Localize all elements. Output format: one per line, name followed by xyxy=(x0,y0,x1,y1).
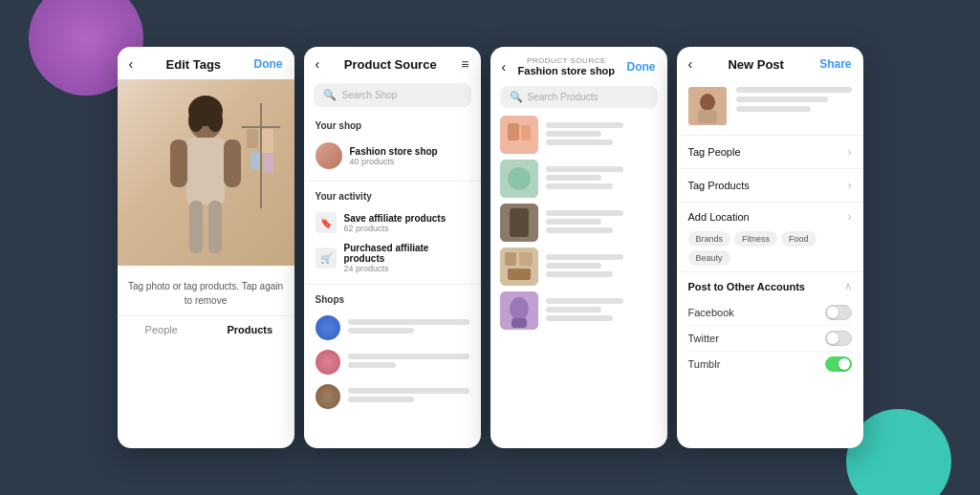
shop-1-placeholder xyxy=(348,319,469,336)
screen3-done-button[interactable]: Done xyxy=(627,60,656,74)
svg-rect-25 xyxy=(508,269,531,280)
screen1-back-icon[interactable]: ‹ xyxy=(129,56,134,72)
twitter-toggle[interactable] xyxy=(825,331,852,346)
ph-line xyxy=(546,254,624,260)
clothes-rack xyxy=(237,98,285,213)
ph-line xyxy=(546,175,602,181)
action-row-tag-products[interactable]: Tag Products › xyxy=(677,168,863,202)
activity-purchased[interactable]: 🛒 Purchased affiliate products 24 produc… xyxy=(304,238,481,278)
ph-line xyxy=(736,87,852,93)
divider2 xyxy=(304,284,481,285)
shop-avatar-img xyxy=(316,142,342,169)
add-location-label[interactable]: Add Location xyxy=(688,211,750,223)
divider1 xyxy=(304,181,481,182)
screen2-search-bar[interactable]: 🔍 Search Shop xyxy=(314,83,471,107)
screen4-share-button[interactable]: Share xyxy=(819,57,851,71)
svg-rect-11 xyxy=(247,129,258,148)
screen4-title: New Post xyxy=(692,57,819,72)
person-figure xyxy=(163,94,249,266)
shop-avatar-1 xyxy=(316,315,340,340)
tab-products[interactable]: Products xyxy=(206,324,294,335)
search-products-icon: 🔍 xyxy=(510,91,523,103)
tumblr-toggle[interactable] xyxy=(825,356,852,372)
svg-rect-7 xyxy=(189,201,203,253)
svg-point-2 xyxy=(188,109,204,132)
ph-line xyxy=(546,307,602,312)
product-row-1[interactable] xyxy=(500,116,658,154)
svg-rect-24 xyxy=(519,252,533,266)
activity-purchased-info: Purchased affiliate products 24 products xyxy=(344,243,469,273)
screen-fashion-store: ‹ Product Source Fashion store shop Done… xyxy=(490,47,667,448)
screen3-search-bar[interactable]: 🔍 Search Products xyxy=(500,86,658,108)
product-list xyxy=(490,116,667,330)
location-section: Add Location › Brands Fitness Food Beaut… xyxy=(677,202,863,271)
post-thumb xyxy=(688,87,727,125)
location-tag-fitness[interactable]: Fitness xyxy=(734,231,777,247)
shop-3-placeholder xyxy=(348,388,469,405)
product-thumb-2 xyxy=(500,160,538,198)
ph-line xyxy=(546,140,613,145)
social-row-tumblr: Tumblr xyxy=(688,352,852,377)
facebook-toggle[interactable] xyxy=(825,305,852,320)
shop-row-1[interactable] xyxy=(304,311,481,345)
shops-list xyxy=(304,311,481,420)
screen1-title: Edit Tags xyxy=(166,57,222,72)
ph-line xyxy=(736,97,829,102)
chevron-up-icon[interactable]: ∧ xyxy=(844,280,852,292)
location-tag-food[interactable]: Food xyxy=(781,231,817,247)
chevron-right-icon: › xyxy=(848,179,852,192)
product-row-5[interactable] xyxy=(500,291,658,330)
product-row-3[interactable] xyxy=(500,204,658,242)
activity-purchased-count: 24 products xyxy=(344,264,469,273)
social-row-twitter: Twitter xyxy=(688,326,852,352)
save-activity-icon: 🔖 xyxy=(316,212,337,233)
ph-line xyxy=(348,354,469,359)
product-row-2[interactable] xyxy=(500,160,658,198)
shop-avatar-3 xyxy=(316,384,340,409)
post-thumb-inner xyxy=(688,87,727,125)
svg-rect-21 xyxy=(510,208,529,237)
purchased-activity-icon: 🛒 xyxy=(316,248,337,269)
svg-rect-4 xyxy=(186,138,225,204)
product-2-info xyxy=(546,166,658,192)
activity-save[interactable]: 🔖 Save affiliate products 62 products xyxy=(304,207,481,238)
search-products-placeholder: Search Products xyxy=(528,92,599,102)
shop-name: Fashion store shop xyxy=(350,146,469,157)
shop-item[interactable]: Fashion store shop 40 products xyxy=(304,137,481,175)
activity-purchased-name: Purchased affiliate products xyxy=(344,243,469,264)
shop-row-3[interactable] xyxy=(304,379,481,414)
shop-count: 40 products xyxy=(350,157,469,166)
ph-line xyxy=(546,227,613,233)
screen2-menu-icon[interactable]: ≡ xyxy=(461,56,468,72)
social-row-facebook: Facebook xyxy=(688,300,852,326)
ph-line xyxy=(546,263,602,269)
svg-rect-13 xyxy=(250,152,260,169)
svg-point-3 xyxy=(207,109,223,132)
tag-people-label: Tag People xyxy=(688,146,741,158)
svg-rect-8 xyxy=(208,201,222,253)
ph-line xyxy=(348,388,469,394)
product-5-info xyxy=(546,298,658,324)
svg-rect-17 xyxy=(521,125,531,140)
shops-label: Shops xyxy=(304,291,481,311)
other-accounts-label: Post to Other Accounts xyxy=(688,281,805,292)
ph-line xyxy=(546,166,624,172)
ph-line xyxy=(348,319,469,325)
svg-rect-14 xyxy=(264,154,273,173)
ph-line xyxy=(546,298,624,304)
product-row-4[interactable] xyxy=(500,248,658,286)
ph-line xyxy=(546,122,624,128)
svg-point-27 xyxy=(510,297,529,320)
post-preview xyxy=(677,79,863,135)
ph-line xyxy=(546,271,613,277)
location-tag-brands[interactable]: Brands xyxy=(688,231,731,247)
screen1-done-button[interactable]: Done xyxy=(254,57,283,71)
tab-people[interactable]: People xyxy=(118,324,207,335)
product-1-info xyxy=(546,122,658,148)
shop-row-2[interactable] xyxy=(304,345,481,379)
action-row-tag-people[interactable]: Tag People › xyxy=(677,135,863,168)
facebook-label: Facebook xyxy=(688,307,734,318)
shop-avatar-2 xyxy=(316,350,340,375)
screen1-header: ‹ Edit Tags Done xyxy=(118,47,294,79)
location-tag-beauty[interactable]: Beauty xyxy=(688,250,730,266)
